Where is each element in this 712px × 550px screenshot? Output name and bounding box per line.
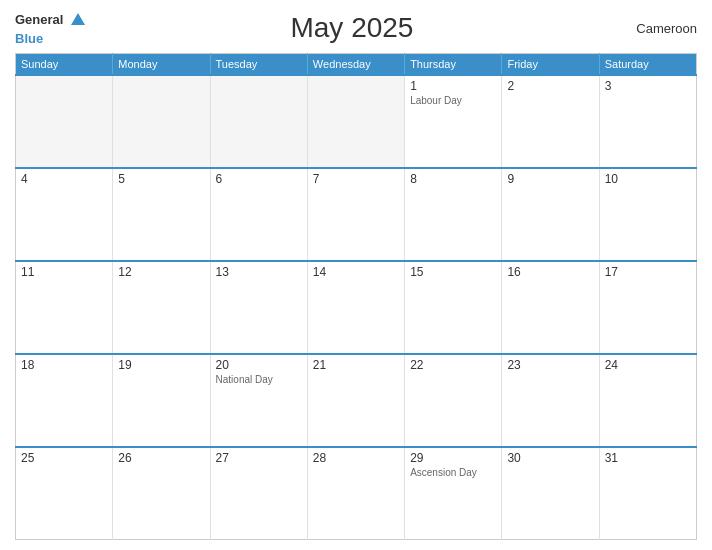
day-number: 22 [410, 358, 496, 372]
calendar-cell: 24 [599, 354, 696, 447]
calendar-cell: 13 [210, 261, 307, 354]
day-number: 4 [21, 172, 107, 186]
calendar-cell: 8 [405, 168, 502, 261]
calendar-cell: 23 [502, 354, 599, 447]
day-number: 6 [216, 172, 302, 186]
day-number: 27 [216, 451, 302, 465]
header: General Blue May 2025 Cameroon [15, 10, 697, 47]
calendar-week-row: 2526272829Ascension Day3031 [16, 447, 697, 540]
calendar-cell [113, 75, 210, 168]
weekday-header-tuesday: Tuesday [210, 53, 307, 75]
svg-marker-0 [71, 13, 85, 25]
holiday-label: National Day [216, 374, 302, 385]
calendar-cell [210, 75, 307, 168]
day-number: 12 [118, 265, 204, 279]
calendar-cell: 14 [307, 261, 404, 354]
logo: General Blue [15, 10, 87, 47]
calendar-cell: 1Labour Day [405, 75, 502, 168]
logo-general-text: General [15, 12, 63, 27]
weekday-header-friday: Friday [502, 53, 599, 75]
day-number: 8 [410, 172, 496, 186]
logo-triangle-icon [69, 11, 87, 29]
calendar-table: SundayMondayTuesdayWednesdayThursdayFrid… [15, 53, 697, 540]
month-title: May 2025 [87, 12, 617, 44]
calendar-cell: 16 [502, 261, 599, 354]
holiday-label: Ascension Day [410, 467, 496, 478]
logo-blue-text: Blue [15, 31, 43, 46]
day-number: 10 [605, 172, 691, 186]
day-number: 25 [21, 451, 107, 465]
calendar-cell: 6 [210, 168, 307, 261]
day-number: 23 [507, 358, 593, 372]
day-number: 21 [313, 358, 399, 372]
calendar-cell: 31 [599, 447, 696, 540]
calendar-cell: 3 [599, 75, 696, 168]
weekday-header-thursday: Thursday [405, 53, 502, 75]
calendar-cell: 29Ascension Day [405, 447, 502, 540]
day-number: 5 [118, 172, 204, 186]
calendar-page: General Blue May 2025 Cameroon SundayMon… [0, 0, 712, 550]
holiday-label: Labour Day [410, 95, 496, 106]
day-number: 7 [313, 172, 399, 186]
day-number: 17 [605, 265, 691, 279]
day-number: 16 [507, 265, 593, 279]
day-number: 2 [507, 79, 593, 93]
calendar-cell: 4 [16, 168, 113, 261]
day-number: 31 [605, 451, 691, 465]
calendar-cell: 12 [113, 261, 210, 354]
calendar-cell: 21 [307, 354, 404, 447]
calendar-cell: 7 [307, 168, 404, 261]
weekday-header-sunday: Sunday [16, 53, 113, 75]
day-number: 19 [118, 358, 204, 372]
calendar-cell: 25 [16, 447, 113, 540]
calendar-cell: 18 [16, 354, 113, 447]
day-number: 15 [410, 265, 496, 279]
day-number: 24 [605, 358, 691, 372]
calendar-cell: 26 [113, 447, 210, 540]
calendar-week-row: 11121314151617 [16, 261, 697, 354]
calendar-cell: 10 [599, 168, 696, 261]
calendar-cell: 9 [502, 168, 599, 261]
calendar-cell: 20National Day [210, 354, 307, 447]
day-number: 26 [118, 451, 204, 465]
day-number: 13 [216, 265, 302, 279]
calendar-cell: 2 [502, 75, 599, 168]
calendar-week-row: 1Labour Day23 [16, 75, 697, 168]
calendar-cell: 19 [113, 354, 210, 447]
calendar-cell: 27 [210, 447, 307, 540]
calendar-cell: 11 [16, 261, 113, 354]
day-number: 1 [410, 79, 496, 93]
country-label: Cameroon [617, 21, 697, 36]
day-number: 9 [507, 172, 593, 186]
day-number: 20 [216, 358, 302, 372]
day-number: 18 [21, 358, 107, 372]
day-number: 29 [410, 451, 496, 465]
day-number: 30 [507, 451, 593, 465]
calendar-cell: 5 [113, 168, 210, 261]
weekday-header-wednesday: Wednesday [307, 53, 404, 75]
weekday-header-saturday: Saturday [599, 53, 696, 75]
day-number: 14 [313, 265, 399, 279]
weekday-header-monday: Monday [113, 53, 210, 75]
calendar-cell: 15 [405, 261, 502, 354]
day-number: 3 [605, 79, 691, 93]
calendar-week-row: 181920National Day21222324 [16, 354, 697, 447]
day-number: 11 [21, 265, 107, 279]
calendar-cell [307, 75, 404, 168]
weekday-header-row: SundayMondayTuesdayWednesdayThursdayFrid… [16, 53, 697, 75]
day-number: 28 [313, 451, 399, 465]
calendar-cell: 28 [307, 447, 404, 540]
calendar-cell: 30 [502, 447, 599, 540]
calendar-week-row: 45678910 [16, 168, 697, 261]
calendar-cell: 17 [599, 261, 696, 354]
calendar-cell: 22 [405, 354, 502, 447]
calendar-cell [16, 75, 113, 168]
